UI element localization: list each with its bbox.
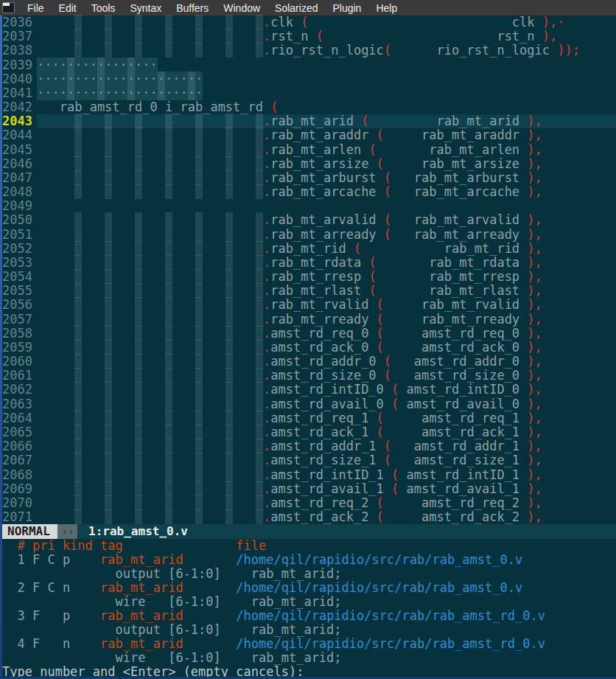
code-line-2038[interactable]: 2038 .rio_rst_n_logic( rio_rst_n_logic )… (2, 43, 616, 58)
line-number: 2068 (2, 468, 32, 482)
vim-window: { "menu": { "items": ["File","Edit","Too… (0, 0, 616, 679)
code-line-2039[interactable]: 2039················ (2, 58, 616, 72)
line-text (37, 199, 616, 213)
code-line-2069[interactable]: 2069 .amst_rd_avail_1 ( amst_rd_avail_1 … (2, 482, 616, 496)
menubar: FileEditToolsSyntaxBuffersWindowSolarize… (0, 0, 616, 15)
code-line-2052[interactable]: 2052 .rab_mt_rid ( rab_mt_rid ), (2, 242, 616, 256)
line-number: 2066 (2, 439, 32, 453)
code-line-2068[interactable]: 2068 .amst_rd_intID_1 ( amst_rd_intID_1 … (2, 468, 616, 482)
code-line-2064[interactable]: 2064 .amst_rd_req_1 ( amst_rd_req_1 ), (2, 411, 616, 425)
line-text: .amst_rd_req_2 ( amst_rd_req_2 ), (37, 496, 616, 510)
line-text: .amst_rd_ack_1 ( amst_rd_ack_1 ), (37, 425, 616, 439)
line-number: 2054 (2, 270, 32, 284)
code-line-2066[interactable]: 2066 .amst_rd_addr_1 ( amst_rd_addr_1 ), (2, 439, 616, 453)
line-number: 2046 (2, 157, 32, 171)
line-text: ······················ (37, 86, 616, 100)
code-line-2049[interactable]: 2049 (2, 199, 616, 213)
line-text: .amst_rd_ack_0 ( amst_rd_ack_0 ), (37, 341, 616, 355)
code-line-2041[interactable]: 2041······················ (2, 86, 616, 100)
menu-item-tools[interactable]: Tools (84, 1, 123, 15)
line-text: .rab_mt_rlast ( rab_mt_rlast ), (37, 284, 616, 298)
code-line-2063[interactable]: 2063 .amst_rd_avail_0 ( amst_rd_avail_0 … (2, 397, 616, 411)
line-number: 2043 (2, 114, 32, 128)
code-line-2056[interactable]: 2056 .rab_mt_rvalid ( rab_mt_rvalid ), (2, 298, 616, 312)
line-text: ················ (37, 58, 616, 72)
menu-item-help[interactable]: Help (368, 1, 405, 15)
line-number: 2039 (2, 58, 32, 72)
line-text: .rst_n ( rst_n ), (37, 29, 616, 43)
line-text: .amst_rd_avail_0 ( amst_rd_avail_0 ), (37, 397, 616, 411)
code-line-2053[interactable]: 2053 .rab_mt_rdata ( rab_mt_rdata ), (2, 256, 616, 270)
code-line-2043[interactable]: 2043 .rab_mt_arid ( rab_mt_arid ), (2, 114, 616, 128)
editor-buffer[interactable]: 2036 .clk ( clk ),·2037 .rst_n ( rst_n )… (2, 15, 616, 524)
line-number: 2036 (2, 15, 32, 29)
line-number: 2055 (2, 284, 32, 298)
line-number: 2059 (2, 341, 32, 355)
menu-item-window[interactable]: Window (216, 1, 267, 15)
line-text: .rab_mt_arsize ( rab_mt_arsize ), (37, 157, 616, 171)
code-line-2040[interactable]: 2040······················ (2, 72, 616, 86)
code-line-2042[interactable]: 2042 rab_amst_rd_0 i_rab_amst_rd ( (2, 100, 616, 114)
line-number: 2042 (2, 100, 32, 114)
code-line-2059[interactable]: 2059 .amst_rd_ack_0 ( amst_rd_ack_0 ), (2, 341, 616, 355)
menu-item-plugin[interactable]: Plugin (325, 1, 368, 15)
code-line-2070[interactable]: 2070 .amst_rd_req_2 ( amst_rd_req_2 ), (2, 496, 616, 510)
line-number: 2037 (2, 29, 32, 43)
menu-item-buffers[interactable]: Buffers (169, 1, 216, 15)
code-line-2050[interactable]: 2050 .rab_mt_arvalid ( rab_mt_arvalid ), (2, 213, 616, 227)
tag-entry-1[interactable]: 1 F C p rab_mt_arid /home/qil/rapidio/sr… (2, 553, 616, 567)
tag-entry-4[interactable]: 4 F n rab_mt_arid /home/qil/rapidio/src/… (2, 637, 616, 651)
line-number: 2056 (2, 298, 32, 312)
code-line-2048[interactable]: 2048 .rab_mt_arcache ( rab_mt_arcache ), (2, 185, 616, 199)
line-text: .amst_rd_intID_0 ( amst_rd_intID_0 ), (37, 383, 616, 397)
line-number: 2060 (2, 355, 32, 369)
code-line-2037[interactable]: 2037 .rst_n ( rst_n ), (2, 29, 616, 43)
line-text: .amst_rd_intID_1 ( amst_rd_intID_1 ), (37, 468, 616, 482)
menu-item-solarized[interactable]: Solarized (267, 1, 325, 15)
line-text: .rab_mt_arid ( rab_mt_arid ), (37, 114, 616, 128)
line-number: 2047 (2, 171, 32, 185)
code-line-2046[interactable]: 2046 .rab_mt_arsize ( rab_mt_arsize ), (2, 157, 616, 171)
menu-item-syntax[interactable]: Syntax (122, 1, 169, 15)
code-line-2071[interactable]: 2071 .amst_rd_ack_2 ( amst_rd_ack_2 ), (2, 510, 616, 524)
menu-item-file[interactable]: File (20, 1, 52, 15)
line-text: .rab_mt_arburst ( rab_mt_arburst ), (37, 171, 616, 185)
code-line-2055[interactable]: 2055 .rab_mt_rlast ( rab_mt_rlast ), (2, 284, 616, 298)
code-line-2067[interactable]: 2067 .amst_rd_size_1 ( amst_rd_size_1 ), (2, 453, 616, 467)
code-line-2060[interactable]: 2060 .amst_rd_addr_0 ( amst_rd_addr_0 ), (2, 355, 616, 369)
line-number: 2057 (2, 313, 32, 327)
line-text: .rab_mt_rdata ( rab_mt_rdata ), (37, 256, 616, 270)
line-number: 2041 (2, 86, 32, 100)
line-number: 2071 (2, 510, 32, 524)
code-line-2054[interactable]: 2054 .rab_mt_rresp ( rab_mt_rresp ), (2, 270, 616, 284)
code-line-2065[interactable]: 2065 .amst_rd_ack_1 ( amst_rd_ack_1 ), (2, 425, 616, 439)
app-icon (2, 2, 15, 13)
menu-item-edit[interactable]: Edit (52, 1, 84, 15)
line-text: .rab_mt_rvalid ( rab_mt_rvalid ), (37, 298, 616, 312)
line-text: .amst_rd_req_0 ( amst_rd_req_0 ), (37, 327, 616, 341)
code-line-2057[interactable]: 2057 .rab_mt_rready ( rab_mt_rready ), (2, 313, 616, 327)
line-text: .rio_rst_n_logic( rio_rst_n_logic )); (37, 43, 616, 58)
line-number: 2044 (2, 128, 32, 142)
code-line-2044[interactable]: 2044 .rab_mt_araddr ( rab_mt_araddr ), (2, 128, 616, 142)
line-text: .clk ( clk ),· (37, 15, 616, 29)
tag-entry-detail-3: output [6-1:0] rab_mt_arid; (2, 623, 616, 637)
line-text: .amst_rd_avail_1 ( amst_rd_avail_1 ), (37, 482, 616, 496)
line-text: .rab_mt_rready ( rab_mt_rready ), (37, 313, 616, 327)
code-line-2045[interactable]: 2045 .rab_mt_arlen ( rab_mt_arlen ), (2, 143, 616, 157)
line-number: 2040 (2, 72, 32, 86)
code-line-2062[interactable]: 2062 .amst_rd_intID_0 ( amst_rd_intID_0 … (2, 383, 616, 397)
tag-entry-2[interactable]: 2 F C n rab_mt_arid /home/qil/rapidio/sr… (2, 581, 616, 595)
tag-entry-detail-2: wire [6-1:0] rab_mt_arid; (2, 595, 616, 609)
line-text: .rab_mt_arcache ( rab_mt_arcache ), (37, 185, 616, 199)
line-text: .amst_rd_addr_1 ( amst_rd_addr_1 ), (37, 439, 616, 453)
code-line-2047[interactable]: 2047 .rab_mt_arburst ( rab_mt_arburst ), (2, 171, 616, 185)
code-line-2058[interactable]: 2058 .amst_rd_req_0 ( amst_rd_req_0 ), (2, 327, 616, 341)
line-number: 2058 (2, 327, 32, 341)
code-line-2051[interactable]: 2051 .rab_mt_arready ( rab_mt_arready ), (2, 228, 616, 242)
line-number: 2050 (2, 213, 32, 227)
code-line-2061[interactable]: 2061 .amst_rd_size_0 ( amst_rd_size_0 ), (2, 369, 616, 383)
tag-entry-3[interactable]: 3 F p rab_mt_arid /home/qil/rapidio/src/… (2, 609, 616, 623)
code-line-2036[interactable]: 2036 .clk ( clk ),· (2, 15, 616, 29)
line-number: 2064 (2, 411, 32, 425)
